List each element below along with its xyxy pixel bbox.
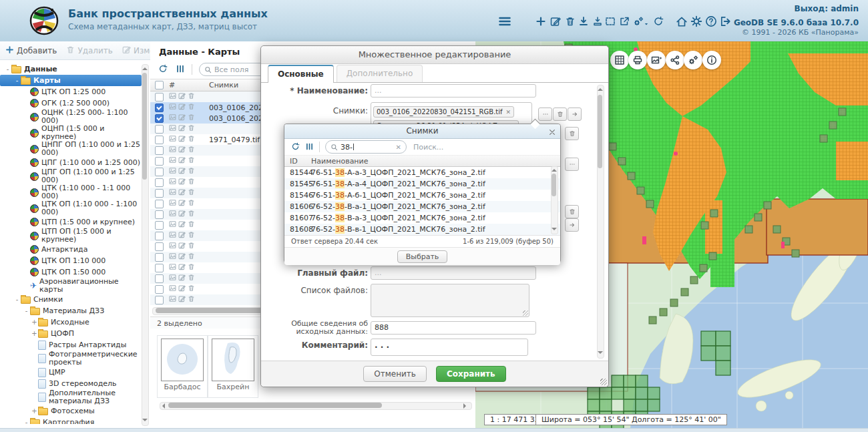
edit-icon[interactable] [178,295,186,304]
col-num[interactable]: # [168,81,209,89]
image-icon[interactable] [169,274,176,283]
image-icon[interactable] [169,242,176,251]
image-icon[interactable] [169,231,176,240]
expander[interactable]: - [4,65,11,73]
image-icon[interactable] [169,114,176,123]
delete-icon[interactable] [188,242,195,251]
tree-item[interactable]: ✈Аэронавигационные карты [0,278,142,294]
columns-icon[interactable] [305,141,314,154]
image-icon[interactable] [169,92,176,101]
name-field[interactable]: ... [371,84,536,97]
map-info-button[interactable] [702,51,721,69]
tree-item[interactable]: ЦНПГ ОП (1:10 000 и 1:25 000) [0,141,142,157]
delete-icon[interactable] [188,284,195,294]
col-id[interactable]: ID [284,157,311,166]
refresh-icon[interactable] [158,63,168,76]
tab-additional[interactable]: Дополнительно [337,65,423,82]
col-name[interactable]: Наименование [311,157,560,166]
image-icon[interactable] [169,188,176,198]
edit-icon[interactable] [178,114,186,123]
tree-item[interactable]: ЦТК ОП 1:50 000 [0,266,142,278]
expander[interactable]: - [23,307,30,314]
dialog-row[interactable]: 8154576-51-38-А-а-4_ЦОФП_2021_МСК76_зона… [284,178,560,190]
import-icon[interactable] [592,16,603,29]
tree-item[interactable]: ЦТК ОП 1:25 000 [0,86,142,97]
add-icon[interactable] [535,16,546,29]
image-icon[interactable] [169,263,176,272]
images-goto-button[interactable] [568,107,582,121]
tree-item[interactable]: -Данные [0,63,142,75]
delete-icon[interactable] [188,210,195,219]
row-checkbox[interactable] [155,136,164,144]
edit-icon[interactable] [178,220,186,230]
row-checkbox[interactable] [155,210,164,219]
image-icon[interactable] [169,135,176,144]
select-area-icon[interactable] [605,16,616,29]
image-icon[interactable] [169,178,176,187]
edit-icon[interactable] [178,135,186,144]
columns-icon[interactable] [176,63,185,76]
image-icon[interactable] [169,199,176,208]
delete-icon[interactable] [188,274,195,283]
tree-item[interactable]: ЦТК ОП (1:10 000 - 1:100 000) [0,200,142,216]
map-export-image-button[interactable] [647,51,666,69]
dialog-scrollbar[interactable] [551,166,558,234]
delete-icon[interactable] [188,156,195,166]
comment-field[interactable]: . . . [371,339,528,356]
image-icon[interactable] [169,220,176,230]
expander[interactable]: + [31,407,38,415]
images-clear-button[interactable] [553,107,567,121]
tree-item[interactable]: ЦПГ (1:10 000 и 1:25 000) [0,157,142,168]
edit-icon[interactable] [178,103,186,112]
dialog-row[interactable]: 8154676-51-38-А-б-1_ЦОФП_2021_МСК76_зона… [284,190,560,201]
operations-icon[interactable] [633,16,644,29]
edit-icon[interactable] [178,167,186,176]
image-icon[interactable] [169,167,176,176]
edit-icon[interactable] [178,274,186,283]
map-services-button[interactable] [684,51,702,69]
edit-icon[interactable] [178,242,186,251]
delete-icon[interactable] [188,178,195,187]
row-checkbox[interactable] [155,178,164,187]
edit-icon[interactable] [178,92,186,101]
edit-icon[interactable] [550,16,561,29]
edit-icon[interactable] [178,199,186,208]
row-checkbox[interactable] [155,253,164,262]
delete-icon[interactable] [188,135,195,144]
cancel-button[interactable]: Отменить [363,366,427,382]
expander[interactable]: - [13,77,21,84]
delete-icon[interactable] [188,220,195,230]
delete-icon[interactable] [188,124,195,134]
image-icon[interactable] [169,146,176,155]
tree-item-karty[interactable]: -Карты [0,75,142,86]
tree-item[interactable]: Растры Антарктиды [0,339,142,351]
tree-item[interactable]: ЦТП ОП (1:5 000 и крупнее) [0,228,142,244]
row-checkbox[interactable] [155,103,164,112]
open-external-icon[interactable] [619,16,630,29]
edit-icon[interactable] [178,146,186,155]
tree-item[interactable]: -Картография [0,417,142,424]
row-checkbox[interactable] [155,200,164,208]
row-checkbox[interactable] [155,285,164,294]
row-checkbox[interactable] [155,157,164,166]
map-print-button[interactable] [628,51,647,69]
sidebar-scrollbar[interactable] [142,64,149,426]
tree-item[interactable]: +ЦОФП [0,328,142,339]
close-icon[interactable] [548,126,556,139]
images-browse-button[interactable] [538,107,552,121]
edit-icon[interactable] [178,284,186,294]
row-checkbox[interactable] [155,242,164,251]
refresh-icon[interactable] [653,16,664,29]
tree-item[interactable]: ЦПГ ОП (1:10 000 и 1:25 000) [0,168,142,184]
field-clear-button[interactable] [565,127,579,140]
thumbnail-card[interactable]: Барбадос [157,335,208,398]
tree-item[interactable]: ОЦНК (1:25 000- 1:100 000) [0,109,142,125]
download-icon[interactable] [578,16,589,29]
panel-hscrollbar[interactable] [160,402,472,410]
tree-item[interactable]: ЦТП (1:5 000 и крупнее) [0,216,142,228]
row-checkbox[interactable] [155,114,164,123]
tree-item[interactable]: +Исходные [0,316,142,328]
map-legend-button[interactable] [610,51,629,69]
row-checkbox[interactable] [155,168,164,176]
dialog-search-input[interactable]: 38- ✕ [325,140,407,154]
